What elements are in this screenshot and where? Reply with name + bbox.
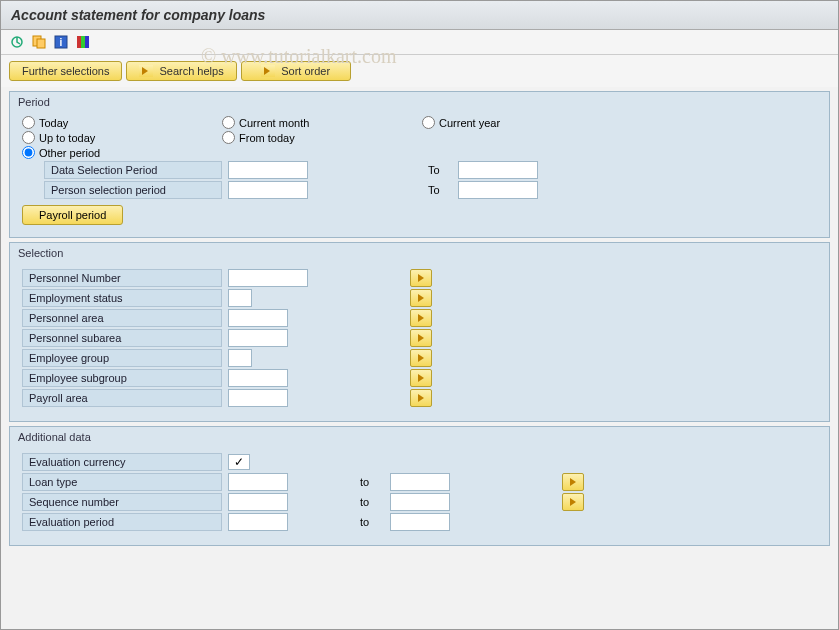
employment-status-multi-button[interactable]	[410, 289, 432, 307]
eval-period-to-input[interactable]	[390, 513, 450, 531]
employee-subgroup-multi-button[interactable]	[410, 369, 432, 387]
arrow-right-icon	[261, 65, 275, 77]
radio-from-today[interactable]: From today	[222, 131, 382, 144]
personnel-area-multi-button[interactable]	[410, 309, 432, 327]
payroll-area-label: Payroll area	[22, 389, 222, 407]
info-icon[interactable]: i	[53, 34, 69, 50]
radio-today[interactable]: Today	[22, 116, 182, 129]
execute-icon[interactable]	[9, 34, 25, 50]
personnel-area-label: Personnel area	[22, 309, 222, 327]
personnel-area-input[interactable]	[228, 309, 288, 327]
data-selection-to-input[interactable]	[458, 161, 538, 179]
to-label: To	[428, 184, 452, 196]
to-label: to	[360, 496, 384, 508]
employee-group-input[interactable]	[228, 349, 252, 367]
personnel-subarea-multi-button[interactable]	[410, 329, 432, 347]
selection-group: Selection Personnel Number Employment st…	[9, 242, 830, 422]
evaluation-currency-label: Evaluation currency	[22, 453, 222, 471]
app-toolbar: i	[1, 30, 838, 55]
period-group: Period Today Current month Current year …	[9, 91, 830, 238]
svg-rect-5	[77, 36, 81, 48]
to-label: To	[428, 164, 452, 176]
search-helps-button[interactable]: Search helps	[126, 61, 236, 81]
radio-up-to-today[interactable]: Up to today	[22, 131, 182, 144]
further-label: Further selections	[22, 65, 109, 77]
loan-type-multi-button[interactable]	[562, 473, 584, 491]
radio-other-period[interactable]: Other period	[22, 146, 182, 159]
svg-rect-7	[85, 36, 89, 48]
svg-text:i: i	[60, 37, 63, 48]
sequence-from-input[interactable]	[228, 493, 288, 511]
data-selection-from-input[interactable]	[228, 161, 308, 179]
sort-label: Sort order	[281, 65, 330, 77]
payroll-period-button[interactable]: Payroll period	[22, 205, 123, 225]
payroll-area-multi-button[interactable]	[410, 389, 432, 407]
person-selection-from-input[interactable]	[228, 181, 308, 199]
personnel-number-multi-button[interactable]	[410, 269, 432, 287]
person-selection-to-input[interactable]	[458, 181, 538, 199]
variant-icon[interactable]	[31, 34, 47, 50]
loan-type-label: Loan type	[22, 473, 222, 491]
employment-status-label: Employment status	[22, 289, 222, 307]
sequence-number-multi-button[interactable]	[562, 493, 584, 511]
employee-group-label: Employee group	[22, 349, 222, 367]
sort-order-button[interactable]: Sort order	[241, 61, 351, 81]
page-title: Account statement for company loans	[1, 1, 838, 30]
color-icon[interactable]	[75, 34, 91, 50]
employee-group-multi-button[interactable]	[410, 349, 432, 367]
evaluation-currency-checkbox[interactable]: ✓	[228, 454, 250, 470]
eval-period-from-input[interactable]	[228, 513, 288, 531]
loan-type-from-input[interactable]	[228, 473, 288, 491]
sequence-number-label: Sequence number	[22, 493, 222, 511]
radio-current-year[interactable]: Current year	[422, 116, 582, 129]
additional-data-group: Additional data Evaluation currency ✓ Lo…	[9, 426, 830, 546]
personnel-number-input[interactable]	[228, 269, 308, 287]
data-selection-period-label: Data Selection Period	[44, 161, 222, 179]
to-label: to	[360, 516, 384, 528]
employment-status-input[interactable]	[228, 289, 252, 307]
to-label: to	[360, 476, 384, 488]
sequence-to-input[interactable]	[390, 493, 450, 511]
selection-title: Selection	[12, 245, 827, 261]
employee-subgroup-input[interactable]	[228, 369, 288, 387]
evaluation-period-label: Evaluation period	[22, 513, 222, 531]
further-selections-button[interactable]: Further selections	[9, 61, 122, 81]
search-label: Search helps	[159, 65, 223, 77]
loan-type-to-input[interactable]	[390, 473, 450, 491]
payroll-area-input[interactable]	[228, 389, 288, 407]
additional-title: Additional data	[12, 429, 827, 445]
personnel-subarea-label: Personnel subarea	[22, 329, 222, 347]
employee-subgroup-label: Employee subgroup	[22, 369, 222, 387]
radio-current-month[interactable]: Current month	[222, 116, 382, 129]
svg-rect-6	[81, 36, 85, 48]
period-title: Period	[12, 94, 827, 110]
action-buttons: Further selections Search helps Sort ord…	[1, 55, 838, 87]
person-selection-period-label: Person selection period	[44, 181, 222, 199]
personnel-number-label: Personnel Number	[22, 269, 222, 287]
arrow-right-icon	[139, 65, 153, 77]
personnel-subarea-input[interactable]	[228, 329, 288, 347]
svg-rect-2	[37, 39, 45, 48]
